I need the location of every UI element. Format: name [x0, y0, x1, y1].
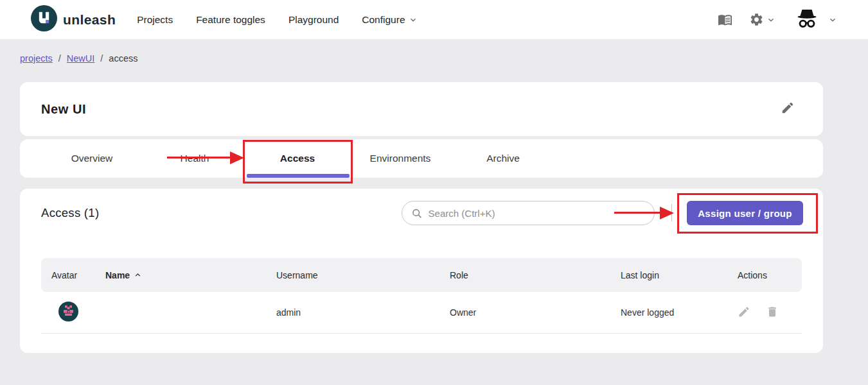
breadcrumb: projects / NewUI / access	[20, 53, 138, 64]
tab-access[interactable]: Access	[246, 139, 349, 178]
col-header-name-label: Name	[105, 270, 130, 280]
col-header-role: Role	[450, 270, 621, 280]
incognito-avatar-icon	[792, 8, 822, 31]
username-cell: admin	[276, 307, 450, 318]
settings-menu[interactable]	[749, 12, 775, 27]
avatar-cell	[41, 302, 105, 323]
breadcrumb-separator: /	[100, 53, 103, 64]
breadcrumb-projects[interactable]: projects	[20, 53, 53, 64]
nav-configure[interactable]: Configure	[362, 14, 417, 26]
divider	[671, 204, 672, 221]
edit-project-icon[interactable]	[781, 101, 795, 117]
page-title: New UI	[41, 102, 86, 117]
search-box[interactable]	[402, 201, 655, 225]
tab-archive[interactable]: Archive	[452, 139, 554, 178]
chevron-down-icon	[828, 15, 837, 24]
search-input[interactable]	[429, 208, 645, 219]
access-card: Access (1) Assign user / group Avatar Na…	[20, 189, 823, 353]
delete-user-icon[interactable]	[766, 305, 779, 320]
access-table: Avatar Name Username Role Last login Act…	[41, 258, 802, 334]
breadcrumb-access: access	[109, 53, 137, 64]
gear-icon	[749, 12, 764, 27]
section-title: Access (1)	[41, 206, 99, 220]
col-header-avatar: Avatar	[41, 270, 105, 280]
breadcrumb-newui[interactable]: NewUI	[67, 53, 95, 64]
table-row: admin Owner Never logged	[41, 292, 802, 334]
active-tab-indicator	[247, 174, 350, 178]
tab-environments[interactable]: Environments	[349, 139, 452, 178]
col-header-username: Username	[276, 270, 450, 280]
sort-asc-icon	[134, 271, 142, 279]
brand-name: unleash	[63, 12, 116, 28]
search-icon	[411, 207, 423, 219]
assign-user-group-button[interactable]: Assign user / group	[687, 201, 803, 225]
project-header-card: New UI	[20, 82, 823, 136]
actions-cell	[738, 305, 802, 320]
top-navbar: unleash Projects Feature toggles Playgro…	[0, 0, 868, 39]
nav-playground[interactable]: Playground	[288, 14, 339, 26]
edit-user-icon[interactable]	[738, 305, 750, 320]
col-header-last-login: Last login	[621, 270, 738, 280]
user-profile-menu[interactable]	[792, 8, 837, 31]
navbar-right	[718, 8, 837, 31]
user-avatar	[58, 302, 78, 321]
main-nav: Projects Feature toggles Playground Conf…	[137, 14, 417, 26]
table-header-row: Avatar Name Username Role Last login Act…	[41, 258, 802, 292]
last-login-cell: Never logged	[621, 307, 738, 318]
breadcrumb-separator: /	[58, 53, 61, 64]
tab-health[interactable]: Health	[143, 139, 246, 178]
unleash-logo[interactable]: unleash	[31, 5, 116, 34]
chevron-down-icon	[409, 15, 418, 24]
nav-configure-label: Configure	[362, 14, 405, 26]
col-header-name[interactable]: Name	[105, 270, 276, 280]
docs-book-icon[interactable]	[718, 12, 732, 27]
chevron-down-icon	[766, 15, 775, 24]
nav-feature-toggles[interactable]: Feature toggles	[196, 14, 265, 26]
tab-overview[interactable]: Overview	[40, 139, 143, 178]
nav-projects[interactable]: Projects	[137, 14, 173, 26]
unleash-logo-icon	[31, 5, 57, 34]
col-header-actions: Actions	[738, 270, 802, 280]
role-cell: Owner	[450, 307, 621, 318]
project-tabs: Overview Health Access Environments Arch…	[20, 139, 823, 178]
